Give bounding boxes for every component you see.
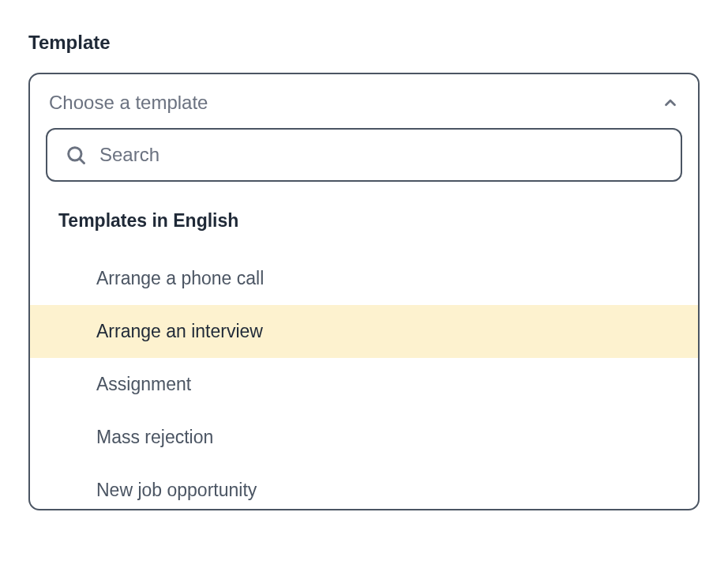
template-option[interactable]: Assignment <box>30 358 698 411</box>
chevron-up-icon <box>662 94 679 111</box>
template-group-header: Templates in English <box>30 182 698 252</box>
template-option[interactable]: New job opportunity <box>30 464 698 509</box>
template-search-input[interactable] <box>99 144 663 166</box>
template-option[interactable]: Arrange an interview <box>30 305 698 358</box>
search-input-wrap[interactable] <box>46 128 682 182</box>
svg-line-1 <box>80 159 84 163</box>
template-dropdown-toggle[interactable]: Choose a template <box>30 74 698 128</box>
template-dropdown-placeholder: Choose a template <box>49 92 208 114</box>
template-option-list: Arrange a phone callArrange an interview… <box>30 252 698 509</box>
template-field-label: Template <box>28 32 700 54</box>
search-icon <box>65 144 87 166</box>
search-row <box>30 128 698 182</box>
template-dropdown: Choose a template Templates in English A… <box>28 73 700 510</box>
template-option[interactable]: Mass rejection <box>30 411 698 464</box>
template-option[interactable]: Arrange a phone call <box>30 252 698 305</box>
